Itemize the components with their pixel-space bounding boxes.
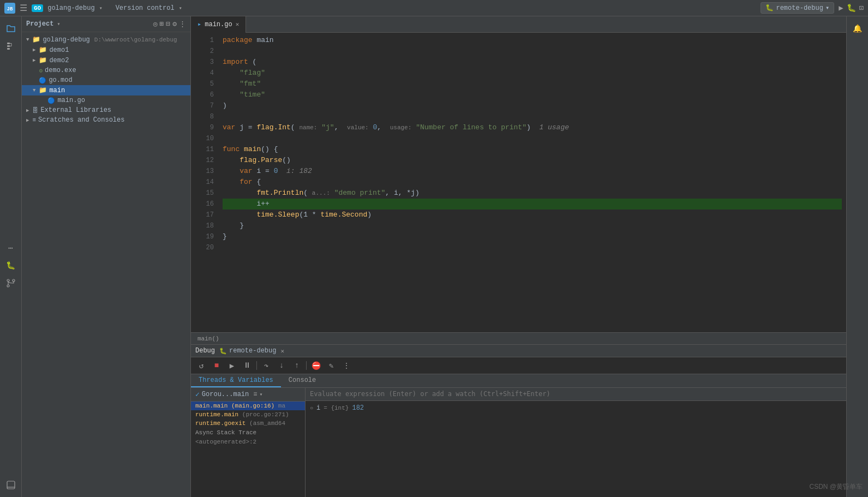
debug-btn-edit[interactable]: ✎ xyxy=(325,360,337,372)
debug-tab-threads-variables[interactable]: Threads & Variables xyxy=(191,374,281,387)
tree-item-demo1[interactable]: ▶ 📁 demo1 xyxy=(22,45,190,55)
main-content: ⋯ 🐛 Project ▾ ◎ ⊞ ⊟ ⚙ ⋮ ▼ 📁 gol xyxy=(0,16,868,497)
demo2-label: demo2 xyxy=(49,57,69,64)
debug-toolbar-sep2 xyxy=(306,361,307,370)
extlibs-expand-icon: ▶ xyxy=(26,107,29,113)
code-line-6: "time" xyxy=(223,89,842,100)
remote-debug-label: remote-debug xyxy=(776,4,823,12)
stack-detail-2: (asm_amd64 xyxy=(249,420,285,427)
tree-item-gomod[interactable]: ▶ 🔵 go.mod xyxy=(22,75,190,85)
line-num-2: 2 xyxy=(191,46,218,57)
demo1-folder-icon: 📁 xyxy=(39,46,47,54)
sidebar-icon-bottom[interactable] xyxy=(3,477,19,493)
svg-rect-2 xyxy=(7,43,10,44)
stack-frame-0[interactable]: main.main (main.go:16) ma xyxy=(191,402,305,410)
root-name: golang-debug xyxy=(43,36,89,44)
maingo-file-icon: 🔵 xyxy=(47,97,55,104)
tree-item-main-folder[interactable]: ▼ 📁 main xyxy=(22,85,190,95)
debug-btn-mute[interactable]: ⛔ xyxy=(310,360,322,372)
debug-icon[interactable]: 🐛 xyxy=(847,3,856,13)
code-line-7: ) xyxy=(223,100,842,111)
right-sidebar-notifications-icon[interactable]: 🔔 xyxy=(850,21,865,36)
line-num-17: 17 xyxy=(191,209,218,220)
tree-item-external-libs[interactable]: ▶ 🗄 External Libraries xyxy=(22,105,190,115)
svg-rect-3 xyxy=(7,45,10,47)
tree-item-demo-exe[interactable]: ▶ ⚙ demo.exe xyxy=(22,65,190,75)
remote-debug-button[interactable]: 🐛 remote-debug ▾ xyxy=(761,2,834,14)
function-context: main() xyxy=(197,336,219,342)
goroutine-list-icon[interactable]: ≡ xyxy=(253,391,257,398)
project-arrow[interactable]: ▾ xyxy=(57,21,60,27)
tree-item-maingo[interactable]: ▶ 🔵 main.go xyxy=(22,95,190,105)
async-stack-item[interactable]: <autogenerated>:2 xyxy=(191,438,305,446)
editor-tab-maingo[interactable]: ▸ main.go ✕ xyxy=(191,16,246,33)
debug-remote-icon: 🐛 xyxy=(219,348,227,355)
line-num-12: 12 xyxy=(191,155,218,166)
debug-close-icon[interactable]: ✕ xyxy=(280,348,284,355)
hamburger-icon[interactable]: ☰ xyxy=(20,3,27,14)
locate-icon[interactable]: ◎ xyxy=(153,20,158,28)
expand-icon[interactable]: ⊞ xyxy=(160,20,164,28)
debug-btn-stepover[interactable]: ↷ xyxy=(260,360,272,372)
more-icon[interactable]: ⋮ xyxy=(179,20,186,28)
debug-tab-console[interactable]: Console xyxy=(281,374,324,387)
goroutine-arrow[interactable]: ▾ xyxy=(259,391,262,398)
debug-btn-resume[interactable]: ▶ xyxy=(226,360,238,372)
stack-frame-2[interactable]: runtime.goexit (asm_amd64 xyxy=(191,419,305,428)
project-title: Project xyxy=(26,20,53,28)
code-line-12: flag.Parse() xyxy=(223,155,842,166)
editor-content: 1 2 3 4 5 6 7 8 9 10 ▶ 11 12 13 14 xyxy=(191,33,846,332)
editor-area: ▸ main.go ✕ 1 2 3 4 5 6 7 8 9 10 xyxy=(191,16,846,497)
top-bar-icons: ▶ 🐛 ⊡ xyxy=(839,3,864,13)
main-folder-label: main xyxy=(49,87,65,94)
debug-btn-pause[interactable]: ⏸ xyxy=(241,360,253,372)
code-line-16: i++ xyxy=(223,199,842,209)
code-area[interactable]: 1 2 3 4 5 6 7 8 9 10 ▶ 11 12 13 14 xyxy=(191,33,846,332)
sidebar-icon-folder[interactable] xyxy=(3,21,19,36)
sidebar-icon-more[interactable]: ⋯ xyxy=(3,241,19,256)
maingo-label: main.go xyxy=(57,97,85,104)
sidebar-icon-git[interactable] xyxy=(3,276,19,291)
async-stack-trace-label: Async Stack Trace xyxy=(191,428,305,438)
code-line-15: fmt.Println( a...: "demo print", i, *j) xyxy=(223,188,842,199)
scratches-icon: ≡ xyxy=(32,117,36,123)
sidebar-icon-bug[interactable]: 🐛 xyxy=(3,258,19,273)
stack-fn-0: main.main (main.go:16) xyxy=(195,403,274,409)
project-arrow: ▾ xyxy=(99,5,103,11)
tree-root[interactable]: ▼ 📁 golang-debug D:\wwwroot\golang-debug xyxy=(22,34,190,45)
watermark: CSDN @黄昏单车 xyxy=(809,482,863,492)
code-lines[interactable]: package main import ( "flag" "fmt" "time… xyxy=(218,33,846,332)
debug-btn-more[interactable]: ⋮ xyxy=(340,360,352,372)
line-num-5: 5 xyxy=(191,79,218,89)
sidebar-icons: ⋯ 🐛 xyxy=(0,16,22,497)
debug-btn-restart[interactable]: ↺ xyxy=(195,360,207,372)
stack-fn-2: runtime.goexit xyxy=(195,420,249,427)
run-icon[interactable]: ▶ xyxy=(839,3,843,13)
tab-label: main.go xyxy=(205,21,232,28)
debug-btn-stop[interactable]: ■ xyxy=(211,360,223,372)
line-num-8: 8 xyxy=(191,111,218,122)
demo2-folder-icon: 📁 xyxy=(39,56,47,64)
app-logo[interactable]: JB xyxy=(4,3,15,14)
settings-icon[interactable]: ⚙ xyxy=(172,20,177,28)
debug-toolbar-sep1 xyxy=(256,361,257,370)
eval-bar xyxy=(306,388,846,401)
sidebar-icon-structure[interactable] xyxy=(3,38,19,53)
project-name[interactable]: golang-debug xyxy=(47,4,94,12)
line-num-7: 7 xyxy=(191,100,218,111)
stack-frame-1[interactable]: runtime.main (proc.go:271) xyxy=(191,410,305,419)
tree-item-scratches[interactable]: ▶ ≡ Scratches and Consoles xyxy=(22,115,190,125)
debug-tab[interactable]: Debug xyxy=(195,347,215,355)
debug-remote-tab[interactable]: 🐛 remote-debug xyxy=(219,347,276,355)
tab-close-icon[interactable]: ✕ xyxy=(236,21,240,28)
debug-btn-stepinto[interactable]: ↓ xyxy=(276,360,288,372)
debug-btn-stepout[interactable]: ↑ xyxy=(291,360,303,372)
tree-item-demo2[interactable]: ▶ 📁 demo2 xyxy=(22,55,190,65)
editor-tabs: ▸ main.go ✕ xyxy=(191,16,846,33)
collapse-icon[interactable]: ⊟ xyxy=(166,20,170,28)
eval-input[interactable] xyxy=(310,390,842,398)
code-line-4: "flag" xyxy=(223,68,842,79)
vcs-label[interactable]: Version control xyxy=(116,4,175,12)
line-num-9: 9 xyxy=(191,122,218,133)
maximize-icon[interactable]: ⊡ xyxy=(859,3,864,13)
